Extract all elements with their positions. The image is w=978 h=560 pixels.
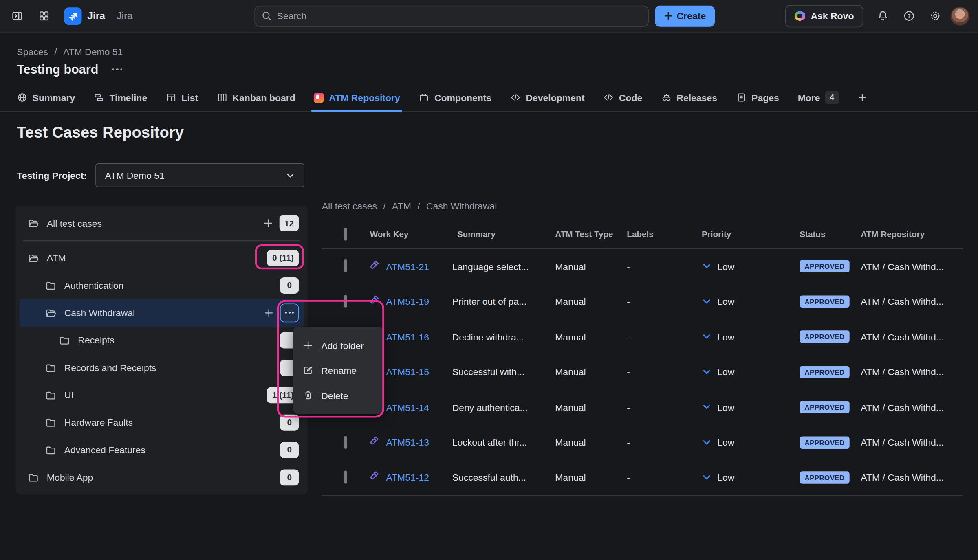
global-search[interactable] [254,5,648,26]
column-header-summary[interactable]: Summary [452,228,552,239]
column-header-repository[interactable]: ATM Repository [861,228,963,239]
test-case-icon [368,259,380,273]
user-avatar[interactable] [951,7,969,25]
priority-cell[interactable]: Low [696,296,792,307]
column-header-type[interactable]: ATM Test Type [552,228,621,239]
breadcrumb-atm[interactable]: ATM [392,201,411,211]
menu-item-rename[interactable]: Rename [293,358,383,382]
ask-rovo-button[interactable]: Ask Rovo [785,4,863,27]
search-input[interactable] [277,11,642,21]
folder-icon [46,417,57,427]
add-tab-button[interactable] [857,89,867,111]
priority-cell[interactable]: Low [696,472,792,483]
table-row[interactable]: ATM51-13 Lockout after thr... Manual - L… [322,425,963,460]
row-checkbox[interactable] [344,259,347,272]
summary-cell[interactable]: Lockout after thr... [452,437,552,448]
add-folder-icon[interactable] [263,218,273,228]
work-key-link[interactable]: ATM51-12 [386,472,429,483]
folder-row-advanced-features[interactable]: Advanced Features 0 [15,436,307,463]
work-key-link[interactable]: ATM51-13 [386,437,429,448]
tab-pages[interactable]: Pages [736,89,779,111]
row-checkbox[interactable] [344,295,347,308]
svg-text:?: ? [907,13,910,19]
menu-item-add-folder[interactable]: Add folder [293,334,383,357]
work-key-link[interactable]: ATM51-16 [386,332,429,342]
create-button[interactable]: Create [655,5,714,26]
summary-cell[interactable]: Printer out of pa... [452,296,552,307]
folder-row-cash-withdrawal[interactable]: Cash Withdrawal [19,299,304,326]
tab-more[interactable]: More 4 [798,89,839,111]
summary-cell[interactable]: Decline withdra... [452,332,552,342]
summary-cell[interactable]: Successful auth... [452,472,552,483]
folder-row-ui[interactable]: UI 1 (11) [15,381,307,408]
breadcrumb-project[interactable]: ATM Demo 51 [63,46,123,57]
row-checkbox[interactable] [344,436,347,449]
status-cell[interactable]: APPROVED [792,366,861,378]
tab-components[interactable]: Components [419,89,492,111]
table-row[interactable]: ATM51-19 Printer out of pa... Manual - L… [322,284,963,319]
jira-logo[interactable] [64,7,82,25]
status-cell[interactable]: APPROVED [792,295,861,308]
status-cell[interactable]: APPROVED [792,471,861,484]
folder-more-button[interactable] [280,303,299,322]
status-cell[interactable]: APPROVED [792,436,861,449]
status-cell[interactable]: APPROVED [792,401,861,414]
tab-timeline[interactable]: Timeline [94,89,147,111]
folder-row-hardware-faults[interactable]: Hardware Faults 0 [15,408,307,436]
column-header-status[interactable]: Status [792,228,861,239]
folder-row-receipts[interactable]: Receipts [15,326,307,354]
breadcrumb-cash-withdrawal[interactable]: Cash Withdrawal [426,201,497,211]
table-row[interactable]: ATM51-16 Decline withdra... Manual - Low… [322,319,963,354]
breadcrumb-all-test-cases[interactable]: All test cases [322,201,377,211]
tab-atm-repository[interactable]: ATM Repository [314,89,400,111]
help-icon[interactable]: ? [899,7,918,25]
type-cell: Manual [552,437,621,448]
settings-gear-icon[interactable] [925,7,944,25]
column-header-work-key[interactable]: Work Key [365,228,452,239]
select-all-checkbox[interactable] [344,227,347,240]
summary-cell[interactable]: Successful with... [452,367,552,377]
folder-row-records-and-receipts[interactable]: Records and Receipts [15,354,307,381]
collapse-sidebar-icon[interactable] [7,7,26,25]
table-row[interactable]: ATM51-12 Successful auth... Manual - Low… [322,460,963,495]
summary-cell[interactable]: Language select... [452,261,552,272]
tab-summary[interactable]: Summary [17,89,75,111]
work-key-link[interactable]: ATM51-14 [386,402,429,413]
priority-cell[interactable]: Low [696,332,792,342]
table-row[interactable]: ATM51-15 Successful with... Manual - Low… [322,354,963,389]
priority-cell[interactable]: Low [696,261,792,272]
table-row[interactable]: ATM51-21 Language select... Manual - Low… [322,249,963,284]
priority-cell[interactable]: Low [696,367,792,377]
add-test-case-icon[interactable] [264,307,273,317]
menu-item-delete[interactable]: Delete [293,383,383,407]
folder-row-atm[interactable]: ATM 0 (11) [15,244,307,271]
summary-cell[interactable]: Deny authentica... [452,402,552,413]
tab-code[interactable]: Code [604,89,643,111]
product-name: Jira [87,10,105,22]
repository-cell: ATM / Cash Withd... [861,402,963,413]
board-more-icon[interactable] [112,68,122,70]
column-header-labels[interactable]: Labels [621,228,696,239]
folder-row-mobile-app[interactable]: Mobile App 0 [15,463,307,491]
tab-development[interactable]: Development [510,89,584,111]
work-key-link[interactable]: ATM51-19 [386,296,429,307]
row-checkbox[interactable] [344,470,347,483]
work-key-link[interactable]: ATM51-15 [386,367,429,377]
tab-list[interactable]: List [166,89,198,111]
status-cell[interactable]: APPROVED [792,260,861,273]
project-select[interactable]: ATM Demo 51 [96,163,305,187]
priority-cell[interactable]: Low [696,437,792,448]
status-cell[interactable]: APPROVED [792,331,861,343]
app-switcher-icon[interactable] [34,7,53,25]
tab-kanban-board[interactable]: Kanban board [217,89,295,111]
priority-cell[interactable]: Low [696,402,792,413]
work-key-link[interactable]: ATM51-21 [386,261,429,272]
table-row[interactable]: ATM51-14 Deny authentica... Manual - Low… [322,390,963,425]
folder-row-authentication[interactable]: Authentication 0 [15,272,307,299]
folder-row-all-test-cases[interactable]: All test cases 12 [15,209,307,237]
repository-cell: ATM / Cash Withd... [861,437,963,448]
breadcrumb-spaces[interactable]: Spaces [17,46,48,57]
tab-releases[interactable]: Releases [661,89,717,111]
notifications-bell-icon[interactable] [873,7,892,25]
column-header-priority[interactable]: Priority [696,228,792,239]
